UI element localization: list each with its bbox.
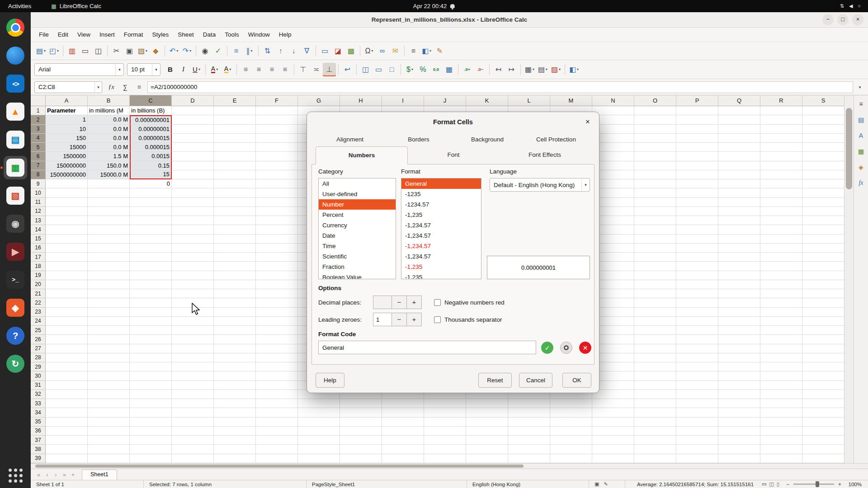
insert-hyperlink-button[interactable]: ∞: [376, 44, 389, 58]
cell-i39[interactable]: [382, 454, 424, 463]
cell-d22[interactable]: [172, 298, 214, 307]
cell-g36[interactable]: [298, 427, 340, 436]
cell-o7[interactable]: [634, 161, 676, 170]
cell-e31[interactable]: [214, 381, 256, 390]
cell-e3[interactable]: [214, 125, 256, 134]
cell-f37[interactable]: [256, 436, 298, 445]
cell-d23[interactable]: [172, 308, 214, 317]
cell-e5[interactable]: [214, 143, 256, 152]
cell-r39[interactable]: [760, 454, 802, 463]
cell-c35[interactable]: [130, 418, 172, 427]
cell-o23[interactable]: [634, 308, 676, 317]
remove-format-button[interactable]: ✕: [579, 342, 591, 354]
previous-sheet-button[interactable]: ‹: [43, 471, 52, 478]
cell-s32[interactable]: [802, 390, 844, 399]
cell-e11[interactable]: [214, 198, 256, 207]
cell-a37[interactable]: [46, 436, 88, 445]
chevron-down-icon[interactable]: ▾: [152, 64, 160, 75]
cell-q15[interactable]: [718, 235, 760, 244]
cell-c3[interactable]: 0.00000001: [130, 125, 172, 134]
dock-libreoffice-calc[interactable]: ▦: [4, 156, 27, 179]
menu-help[interactable]: Help: [274, 28, 296, 42]
column-header-f[interactable]: F: [256, 95, 298, 106]
cell-e30[interactable]: [214, 371, 256, 380]
row-header-9[interactable]: 9: [31, 179, 46, 188]
align-center-button[interactable]: ≡: [252, 63, 265, 76]
cell-c23[interactable]: [130, 308, 172, 317]
cell-q31[interactable]: [718, 381, 760, 390]
row-header-20[interactable]: 20: [31, 280, 46, 289]
cell-b18[interactable]: [88, 262, 130, 271]
cell-d26[interactable]: [172, 335, 214, 344]
document-modified-icon[interactable]: ✎: [604, 481, 608, 487]
cell-e7[interactable]: [214, 161, 256, 170]
cell-b6[interactable]: 1.5 M: [88, 152, 130, 161]
insert-row-button[interactable]: ≡: [230, 44, 243, 58]
cell-p39[interactable]: [676, 454, 718, 463]
cell-a5[interactable]: 15000: [46, 143, 88, 152]
cell-p1[interactable]: [676, 106, 718, 115]
cell-i38[interactable]: [382, 445, 424, 454]
cell-q16[interactable]: [718, 244, 760, 253]
row-header-37[interactable]: 37: [31, 436, 46, 445]
cell-q36[interactable]: [718, 427, 760, 436]
autofilter-button[interactable]: ∇: [300, 44, 313, 58]
cell-s5[interactable]: [802, 143, 844, 152]
close-button[interactable]: ×: [852, 14, 863, 25]
cell-d7[interactable]: [172, 161, 214, 170]
category-number[interactable]: Number: [319, 199, 396, 210]
tab-background[interactable]: Background: [453, 133, 522, 146]
cell-r37[interactable]: [760, 436, 802, 445]
cell-c8[interactable]: 15: [130, 170, 172, 179]
chevron-down-icon[interactable]: ▾: [581, 179, 590, 191]
cell-h33[interactable]: [340, 399, 382, 408]
cell-o11[interactable]: [634, 198, 676, 207]
cell-j39[interactable]: [424, 454, 466, 463]
print-button[interactable]: ▭: [79, 44, 92, 58]
cell-o1[interactable]: [634, 106, 676, 115]
cell-s19[interactable]: [802, 271, 844, 280]
cell-i35[interactable]: [382, 418, 424, 427]
cell-a15[interactable]: [46, 235, 88, 244]
cell-f15[interactable]: [256, 235, 298, 244]
decrease-indent-button[interactable]: ↤: [492, 63, 505, 76]
column-header-r[interactable]: R: [760, 95, 802, 106]
cell-r26[interactable]: [760, 335, 802, 344]
cell-p13[interactable]: [676, 216, 718, 225]
row-header-12[interactable]: 12: [31, 207, 46, 216]
cell-q14[interactable]: [718, 225, 760, 234]
ok-button[interactable]: OK: [562, 373, 591, 388]
cell-q20[interactable]: [718, 280, 760, 289]
cell-q4[interactable]: [718, 134, 760, 143]
cell-k37[interactable]: [466, 436, 508, 445]
cell-s39[interactable]: [802, 454, 844, 463]
cell-n37[interactable]: [592, 436, 634, 445]
leading-zeroes-input[interactable]: [373, 313, 392, 326]
cell-l36[interactable]: [508, 427, 550, 436]
cell-e17[interactable]: [214, 253, 256, 262]
cell-s14[interactable]: [802, 225, 844, 234]
cell-r2[interactable]: [760, 115, 802, 124]
cell-a19[interactable]: [46, 271, 88, 280]
cell-o3[interactable]: [634, 125, 676, 134]
cell-b14[interactable]: [88, 225, 130, 234]
cell-f20[interactable]: [256, 280, 298, 289]
cell-b11[interactable]: [88, 198, 130, 207]
cell-o38[interactable]: [634, 445, 676, 454]
cell-r11[interactable]: [760, 198, 802, 207]
cell-r34[interactable]: [760, 408, 802, 417]
cell-b7[interactable]: 150.0 M: [88, 161, 130, 170]
cell-d21[interactable]: [172, 289, 214, 298]
cell-r16[interactable]: [760, 244, 802, 253]
cell-e26[interactable]: [214, 335, 256, 344]
format-1235[interactable]: -1235: [401, 189, 481, 199]
borders-button[interactable]: ▦▾: [523, 63, 536, 76]
cell-p9[interactable]: [676, 179, 718, 188]
cell-b1[interactable]: in millions (M: [88, 106, 130, 115]
cell-q32[interactable]: [718, 390, 760, 399]
cell-g35[interactable]: [298, 418, 340, 427]
cell-q8[interactable]: [718, 170, 760, 179]
special-character-button[interactable]: Ω▾: [363, 44, 376, 58]
cell-c34[interactable]: [130, 408, 172, 417]
cell-p2[interactable]: [676, 115, 718, 124]
